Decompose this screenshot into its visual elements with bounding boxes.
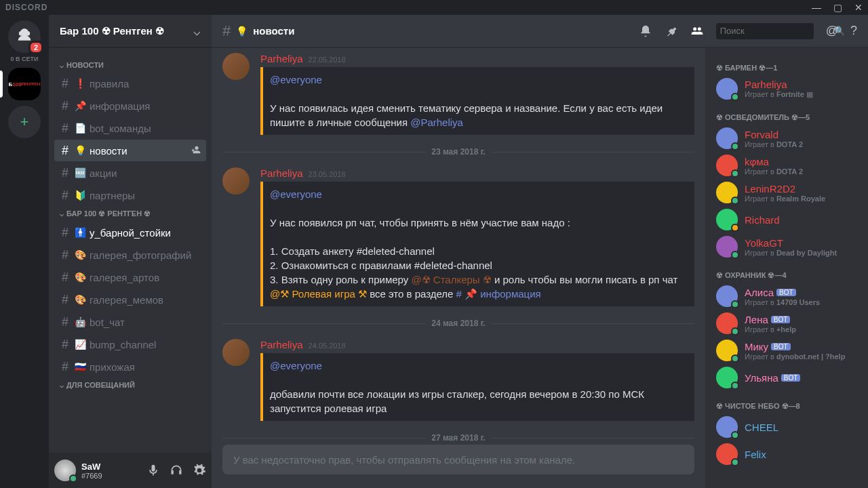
- channel-item[interactable]: #💡новости: [54, 140, 206, 161]
- channel-item[interactable]: #📄bot_команды: [54, 117, 206, 139]
- channel-item[interactable]: #🆓акции: [54, 162, 206, 184]
- server-rail: 2 0 В СЕТИ Б100РЕНТГЕН +: [0, 15, 49, 488]
- add-server-button[interactable]: +: [8, 106, 41, 138]
- message: Parheliya24.05.2018 @everyoneдобавили по…: [212, 333, 705, 422]
- bot-badge: BOT: [771, 316, 791, 323]
- category-header[interactable]: НОВОСТИ: [49, 58, 212, 72]
- channel-item[interactable]: #🎨галерея_мемов: [54, 289, 206, 310]
- channel-icon: 🇷🇺: [75, 361, 85, 372]
- date-divider: 24 мая 2018 г.: [222, 319, 694, 328]
- members-icon[interactable]: [690, 24, 704, 38]
- channel-icon: 🤖: [75, 317, 85, 327]
- member-item[interactable]: kφмaИграет в DOTA 2: [711, 152, 863, 179]
- mentions-icon[interactable]: @: [826, 24, 838, 38]
- channel-item[interactable]: #🚹у_барной_стойки: [54, 222, 206, 243]
- channel-item[interactable]: #❗правила: [54, 73, 206, 94]
- help-icon[interactable]: ?: [850, 24, 857, 38]
- member-item[interactable]: CHEEL: [711, 413, 863, 441]
- member-item[interactable]: ЛенаBOTИграет в +help: [711, 310, 863, 337]
- bot-badge: BOT: [771, 343, 791, 350]
- member-avatar: [716, 285, 738, 307]
- channel-icon: 🔰: [75, 190, 85, 201]
- member-avatar: [716, 127, 738, 149]
- member-avatar: [716, 443, 738, 465]
- channel-icon: 📌: [75, 100, 85, 111]
- hash-icon: #: [222, 22, 231, 40]
- mention-badge: 2: [28, 41, 43, 54]
- role-header: ☢ БАРМЕН ☢—1: [711, 53, 863, 75]
- minimize-icon[interactable]: —: [812, 2, 821, 13]
- role-header: ☢ ОСВЕДОМИТЕЛЬ ☢—5: [711, 102, 863, 125]
- date-divider: 27 мая 2018 г.: [222, 433, 694, 443]
- user-avatar[interactable]: [54, 460, 76, 481]
- category-header[interactable]: ДЛЯ СОВЕЩАНИЙ: [49, 378, 212, 392]
- search-box[interactable]: 🔍: [716, 23, 814, 39]
- search-input[interactable]: [720, 26, 834, 36]
- member-avatar: [716, 182, 738, 203]
- message: Parheliya22.05.2018 @everyoneУ нас появи…: [212, 47, 705, 136]
- mic-icon[interactable]: [146, 464, 160, 477]
- channel-item[interactable]: #📈bump_channel: [54, 333, 206, 355]
- member-item[interactable]: LeninR2D2Играет в Realm Royale: [711, 179, 863, 206]
- home-button[interactable]: 2: [8, 20, 41, 53]
- add-member-icon[interactable]: [190, 144, 201, 157]
- category-header[interactable]: БАР 100 ☢ РЕНТГЕН ☢: [49, 207, 212, 221]
- channel-item[interactable]: #🎨галерея_артов: [54, 266, 206, 288]
- member-avatar: [716, 209, 738, 230]
- member-item[interactable]: МикуBOTИграет в dynobot.net | ?help: [711, 337, 863, 364]
- author-avatar[interactable]: [222, 53, 250, 80]
- bell-icon[interactable]: [639, 24, 652, 38]
- bot-badge: BOT: [776, 289, 796, 296]
- member-avatar: [716, 155, 738, 176]
- channel-item[interactable]: #🎨галерея_фотографий: [54, 244, 206, 266]
- server-header[interactable]: Бар 100 ☢ Рентген ☢ ⌵: [49, 15, 212, 47]
- svg-point-0: [19, 31, 24, 36]
- member-list: ☢ БАРМЕН ☢—1ParheliyaИграет в Fortnite ▦…: [705, 47, 868, 488]
- member-item[interactable]: Richard: [711, 206, 863, 233]
- channel-icon: 💡: [75, 145, 85, 156]
- online-label: 0 В СЕТИ: [11, 56, 39, 62]
- member-item[interactable]: ParheliyaИграет в Fortnite ▦: [711, 75, 863, 102]
- channel-item[interactable]: #🤖bot_чат: [54, 311, 206, 333]
- channel-icon: 📈: [75, 339, 85, 350]
- user-panel: SaW #7669: [49, 453, 212, 488]
- member-item[interactable]: АлисаBOTИграет в 14709 Users: [711, 283, 863, 310]
- message-list: Parheliya22.05.2018 @everyoneУ нас появи…: [212, 47, 705, 445]
- member-avatar: [716, 236, 738, 258]
- main-area: # 💡 новости 🔍 @ ? Parheliya22.05.2018: [212, 15, 868, 488]
- maximize-icon[interactable]: ▢: [833, 2, 842, 13]
- channel-icon: 🎨: [75, 294, 85, 305]
- pin-icon[interactable]: [665, 24, 678, 38]
- svg-point-1: [25, 31, 30, 36]
- member-avatar: [716, 416, 738, 438]
- close-icon[interactable]: ✕: [854, 2, 863, 13]
- server-icon[interactable]: Б100РЕНТГЕН: [8, 68, 41, 100]
- member-avatar: [716, 78, 738, 100]
- channel-icon: 🆓: [75, 167, 85, 178]
- channel-item[interactable]: #📌информация: [54, 95, 206, 117]
- author-avatar[interactable]: [222, 339, 250, 366]
- channel-icon: ❗: [75, 78, 85, 89]
- rich-presence-icon: ▦: [806, 90, 813, 98]
- gear-icon[interactable]: [193, 464, 206, 477]
- channel-icon: 📄: [75, 123, 85, 134]
- channel-header: # 💡 новости 🔍 @ ?: [212, 15, 868, 47]
- bot-badge: BOT: [781, 374, 801, 382]
- channel-icon: 🎨: [75, 272, 85, 283]
- bulb-icon: 💡: [236, 26, 248, 37]
- member-item[interactable]: Felix: [711, 441, 863, 468]
- member-item[interactable]: ForvaldИграет в DOTA 2: [711, 125, 863, 152]
- member-item[interactable]: YolkaGTИграет в Dead by Daylight: [711, 233, 863, 260]
- member-item[interactable]: УльянаBOT: [711, 364, 863, 391]
- headphones-icon[interactable]: [170, 464, 183, 477]
- channel-item[interactable]: #🔰партнеры: [54, 184, 206, 206]
- channel-icon: 🚹: [75, 227, 85, 238]
- app-logo: DISCORD: [5, 3, 47, 12]
- member-avatar: [716, 340, 738, 361]
- title-bar: DISCORD — ▢ ✕: [0, 0, 868, 15]
- channel-item[interactable]: #🇷🇺прихожая: [54, 356, 206, 378]
- role-header: ☢ ЧИСТОЕ НЕБО ☢—8: [711, 391, 863, 413]
- message-input: У вас недостаточно прав, чтобы отправлят…: [222, 445, 694, 474]
- message: Parheliya23.05.2018 @everyoneУ нас появи…: [212, 162, 705, 308]
- author-avatar[interactable]: [222, 167, 250, 195]
